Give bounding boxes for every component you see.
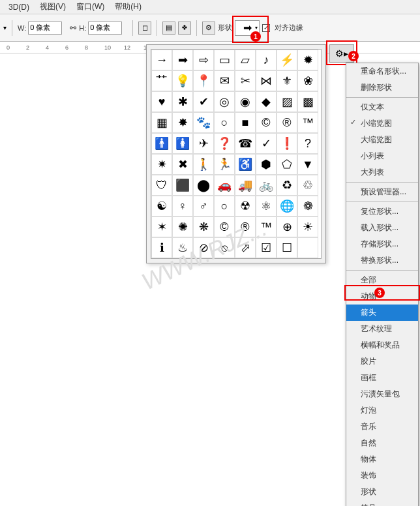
shape-no2[interactable]: ⍉ — [214, 237, 235, 258]
shape-walk[interactable]: 🚶 — [193, 154, 214, 175]
shape-square[interactable]: ■ — [235, 112, 256, 133]
arrange-icon[interactable]: ❖ — [178, 22, 191, 35]
menu-item-art[interactable]: 艺术纹理 — [346, 321, 418, 337]
shape-wheelchair[interactable]: ♿ — [235, 154, 256, 175]
shape-flame[interactable]: ♨ — [172, 237, 193, 258]
menu-item-rename[interactable]: 重命名形状... — [346, 63, 418, 80]
shape-grass[interactable]: ⺿ — [151, 70, 172, 91]
shape-copyright2[interactable]: © — [214, 216, 235, 237]
shape-hatch[interactable]: ▨ — [277, 91, 297, 112]
shape-paw[interactable]: 🐾 — [193, 112, 214, 133]
shape-phone[interactable]: ☎ — [235, 133, 256, 154]
path-op-icon[interactable]: ◻ — [138, 22, 151, 35]
menu-item-large-list[interactable]: 大列表 — [346, 164, 418, 181]
shape-checkbox[interactable]: ☑ — [256, 237, 277, 258]
menu-item-symbols[interactable]: 符号 — [346, 500, 418, 506]
shape-no[interactable]: ⊘ — [193, 237, 214, 258]
shape-copyright[interactable]: © — [256, 112, 277, 133]
menu-窗口(W)[interactable]: 窗口(W) — [71, 1, 110, 12]
shape-burst8[interactable]: ✸ — [172, 112, 193, 133]
shape-target-b[interactable]: ◉ — [235, 91, 256, 112]
menu-item-save[interactable]: 存储形状... — [346, 236, 418, 252]
shape-tm[interactable]: ™ — [297, 112, 318, 133]
menu-item-nature[interactable]: 自然 — [346, 435, 418, 451]
shape-grid[interactable]: ▦ — [151, 112, 172, 133]
menu-item-text[interactable]: 仅文本 — [346, 99, 418, 115]
menu-item-delete[interactable]: 删除形状 — [346, 80, 418, 96]
menu-item-bulbs[interactable]: 灯泡 — [346, 402, 418, 419]
shape-registered[interactable]: ® — [277, 112, 297, 133]
gear-icon[interactable]: ⚙ — [202, 22, 215, 35]
shape-help[interactable]: ❓ — [214, 133, 235, 154]
menu-item-ornaments[interactable]: 装饰 — [346, 468, 418, 484]
shape-exclaim[interactable]: ❗ — [277, 133, 297, 154]
shape-male[interactable]: 🚹 — [151, 133, 172, 154]
shape-atom[interactable]: ⚛ — [256, 196, 277, 216]
menu-3D(D)[interactable]: 3D(D) — [3, 3, 35, 12]
menu-item-grime[interactable]: 污渍矢量包 — [346, 386, 418, 402]
shape-flower[interactable]: ❁ — [297, 196, 318, 216]
shape-scissors[interactable]: ✂ — [235, 70, 256, 91]
shape-diamond[interactable]: ◆ — [256, 91, 277, 112]
shape-bulb[interactable]: 💡 — [172, 70, 193, 91]
menu-item-banners[interactable]: 横幅和奖品 — [346, 337, 418, 353]
menu-item-preset[interactable]: 预设管理器... — [346, 184, 418, 200]
shape-arrow-r-bold[interactable]: ➡ — [172, 50, 193, 70]
shape-sun[interactable]: ☀ — [297, 216, 318, 237]
shape-truck[interactable]: 🚚 — [235, 175, 256, 196]
menu-item-objects[interactable]: 物体 — [346, 451, 418, 468]
shape-burst10[interactable]: ❋ — [193, 216, 214, 237]
menu-item-large-thumb[interactable]: 大缩览图 — [346, 132, 418, 148]
shape-bow[interactable]: ⋈ — [256, 70, 277, 91]
menu-item-film[interactable]: 胶片 — [346, 353, 418, 370]
shape-info[interactable]: ℹ — [151, 237, 172, 258]
menu-item-reset[interactable]: 复位形状... — [346, 203, 418, 220]
shape-square-outline[interactable]: ▭ — [214, 50, 235, 70]
shape-recycle1[interactable]: ♻ — [277, 175, 297, 196]
shape-checker[interactable]: ▩ — [297, 91, 318, 112]
shape-blob[interactable]: ✱ — [172, 91, 193, 112]
menu-item-replace[interactable]: 替换形状... — [346, 252, 418, 269]
menu-帮助(H)[interactable]: 帮助(H) — [110, 1, 147, 12]
shape-mars[interactable]: ♂ — [193, 196, 214, 216]
shape-circle[interactable]: ○ — [214, 112, 235, 133]
align-icon[interactable]: ▤ — [162, 22, 175, 35]
menu-item-music[interactable]: 音乐 — [346, 419, 418, 435]
shape-fleur[interactable]: ⚜ — [277, 70, 297, 91]
menu-item-small-thumb[interactable]: 小缩览图 — [346, 115, 418, 132]
shape-star6[interactable]: ✶ — [151, 216, 172, 237]
shape-check[interactable]: ✔ — [193, 91, 214, 112]
shape-female[interactable]: 🚺 — [172, 133, 193, 154]
shape-envelope[interactable]: ✉ — [214, 70, 235, 91]
shape-shield2[interactable]: ⬛ — [172, 175, 193, 196]
menu-视图(V)[interactable]: 视图(V) — [35, 1, 71, 12]
menu-item-frames[interactable]: 画框 — [346, 370, 418, 386]
shape-pentagon[interactable]: ⬠ — [277, 154, 297, 175]
shape-x[interactable]: ✖ — [172, 154, 193, 175]
shape-bike[interactable]: 🚲 — [256, 175, 277, 196]
shape-cursor[interactable]: ⬀ — [235, 237, 256, 258]
shape-burst9[interactable]: ✺ — [172, 216, 193, 237]
menu-item-small-list[interactable]: 小列表 — [346, 148, 418, 164]
shape-ring[interactable]: ○ — [214, 196, 235, 216]
shape-bolt[interactable]: ⚡ — [277, 50, 297, 70]
shape-question[interactable]: ? — [297, 133, 318, 154]
shape-target-s[interactable]: ◎ — [214, 91, 235, 112]
shape-walk2[interactable]: 🏃 — [214, 154, 235, 175]
shape-plane[interactable]: ✈ — [193, 133, 214, 154]
shape-venus[interactable]: ♀ — [172, 196, 193, 216]
shape-octagon[interactable]: ⬢ — [256, 154, 277, 175]
shape-box[interactable]: ☐ — [277, 237, 297, 258]
link-icon[interactable]: ⚯ — [70, 23, 76, 33]
shape-note[interactable]: ♪ — [256, 50, 277, 70]
height-input[interactable] — [88, 22, 122, 35]
shape-car[interactable]: 🚗 — [214, 175, 235, 196]
shape-crosshair[interactable]: ⊕ — [277, 216, 297, 237]
shape-radiation[interactable]: ☢ — [235, 196, 256, 216]
shape-burst[interactable]: ✹ — [297, 50, 318, 70]
menu-item-load[interactable]: 载入形状... — [346, 220, 418, 236]
shape-arrow-r-outline[interactable]: ⇨ — [193, 50, 214, 70]
shape-frame[interactable]: ▱ — [235, 50, 256, 70]
menu-item-arrows[interactable]: 箭头 — [346, 305, 418, 321]
shape-recycle2[interactable]: ♲ — [297, 175, 318, 196]
